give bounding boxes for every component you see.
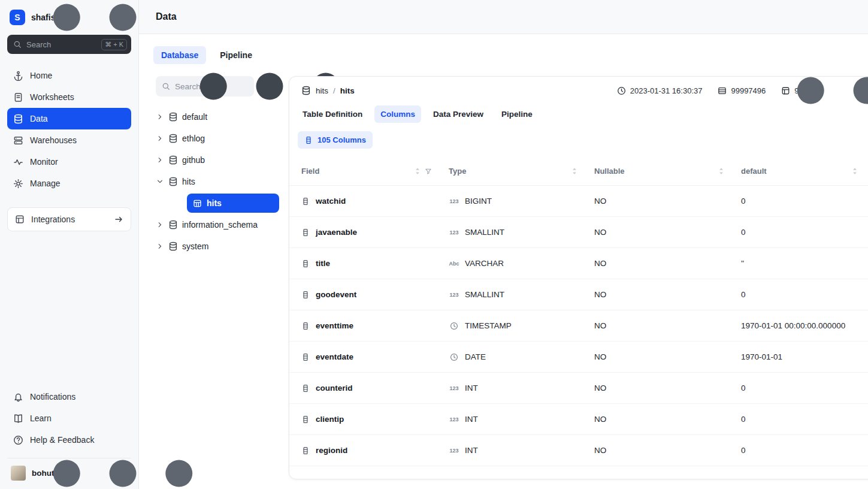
filter-icon[interactable] [425, 168, 432, 175]
tree-item-hits[interactable]: hits [156, 171, 279, 192]
tree-item-github[interactable]: github [156, 149, 279, 171]
columns-count-badge: 105 Columns [298, 131, 373, 149]
tree-item-ethlog[interactable]: ethlog [156, 128, 279, 149]
table-grid-icon [193, 199, 202, 208]
table-row[interactable]: javaenable123SMALLINTNO0 [289, 217, 868, 248]
table-row[interactable]: titleAbcVARCHARNO'' [289, 248, 868, 279]
card-more-button[interactable] [860, 84, 868, 97]
sidebar-item-integrations[interactable]: Integrations [7, 207, 131, 231]
sidebar-item-monitor[interactable]: Monitor [7, 151, 131, 173]
content-area: defaultethloggithubhitshitsinformation_s… [139, 76, 868, 489]
avatar[interactable] [11, 466, 26, 481]
tab-table-definition[interactable]: Table Definition [297, 105, 368, 123]
sort-icon[interactable] [852, 167, 858, 176]
sidebar-spacer [7, 231, 131, 386]
field-type: DATE [465, 352, 486, 361]
workspace-menu-button[interactable] [117, 11, 129, 23]
column-icon [301, 384, 310, 393]
tree-table-hits[interactable]: hits [187, 194, 279, 213]
sort-icon[interactable] [415, 167, 421, 176]
page-title: Data [156, 11, 177, 22]
learn-icon [13, 413, 23, 424]
field-type: VARCHAR [465, 259, 504, 268]
tree-item-label: default [182, 112, 207, 122]
clock-icon [617, 86, 626, 95]
type-kind-glyph: 123 [449, 448, 459, 454]
database-icon [168, 220, 178, 230]
field-type: SMALLINT [465, 290, 504, 299]
notifications-icon [13, 392, 23, 402]
breadcrumb-database[interactable]: hits [316, 86, 328, 95]
sort-icon[interactable] [571, 167, 577, 176]
field-nullable: NO [594, 290, 741, 299]
table-row[interactable]: eventtimeTIMESTAMPNO1970-01-01 00:00:00.… [289, 310, 868, 342]
tree-item-system[interactable]: system [156, 236, 279, 257]
field-nullable: NO [594, 415, 741, 424]
tree-item-default[interactable]: default [156, 106, 279, 128]
tab-columns[interactable]: Columns [374, 105, 421, 123]
tree-item-label: ethlog [182, 134, 205, 143]
sidebar-item-label: Monitor [30, 157, 58, 167]
sidebar-item-label: Manage [30, 179, 61, 188]
table-row[interactable]: counterid123INTNO0 [289, 373, 868, 404]
arrow-right-icon [114, 215, 123, 224]
integrations-icon [15, 215, 25, 224]
sidebar-item-data[interactable]: Data [7, 108, 131, 129]
sidebar-item-warehouses[interactable]: Warehouses [7, 129, 131, 151]
breadcrumb-table: hits [340, 86, 355, 95]
table-row[interactable]: regionid123INTNO0 [289, 435, 868, 466]
table-row[interactable]: watchid123BIGINTNO0 [289, 186, 868, 217]
tree-table-label: hits [207, 198, 222, 208]
field-nullable: NO [594, 197, 741, 206]
table-row[interactable]: clientip123INTNO0 [289, 404, 868, 435]
tree-search-row [156, 76, 279, 96]
sidebar-nav: HomeWorksheetsDataWarehousesMonitorManag… [7, 65, 131, 194]
field-type: TIMESTAMP [465, 321, 512, 330]
field-nullable: NO [594, 321, 741, 330]
tree-more-button[interactable] [260, 77, 279, 96]
field-name: eventtime [316, 321, 353, 330]
sidebar-search[interactable]: ⌘ + K [7, 35, 131, 54]
table-row[interactable]: goodevent123SMALLINTNO0 [289, 279, 868, 310]
user-menu-button[interactable] [117, 467, 129, 479]
field-default: 1970-01-01 [741, 352, 865, 361]
column-icon [301, 228, 310, 237]
column-header-field: Field [301, 167, 449, 176]
sidebar-item-manage[interactable]: Manage [7, 173, 131, 194]
manage-icon [13, 179, 23, 189]
column-header-label: Nullable [594, 167, 625, 176]
table-stats: 2023-01-31 16:30:37 99997496 9.19 GB [617, 84, 868, 97]
stat-row-count: 99997496 [718, 86, 766, 95]
stat-rows-value: 99997496 [731, 86, 766, 95]
field-default: '' [741, 259, 865, 268]
field-default: 0 [741, 446, 865, 455]
field-default: 0 [741, 415, 865, 424]
field-nullable: NO [594, 228, 741, 237]
column-icon [301, 197, 310, 206]
table-row[interactable]: eventdateDATENO1970-01-01 [289, 342, 868, 373]
grid-body: watchid123BIGINTNO0javaenable123SMALLINT… [289, 186, 868, 479]
field-name: counterid [316, 384, 353, 393]
tree-item-information-schema[interactable]: information_schema [156, 214, 279, 236]
sidebar-item-label: Data [30, 114, 48, 123]
tree-item-label: information_schema [182, 220, 258, 230]
column-icon [301, 415, 310, 424]
field-type: INT [465, 415, 478, 424]
type-kind-glyph: 123 [449, 292, 459, 298]
table-tabs: Table DefinitionColumnsData PreviewPipel… [289, 104, 868, 128]
sidebar-search-input[interactable] [26, 40, 96, 49]
field-nullable: NO [594, 259, 741, 268]
column-icon [301, 322, 310, 330]
tab-data-preview[interactable]: Data Preview [427, 105, 489, 123]
stat-updated: 2023-01-31 16:30:37 [617, 86, 703, 95]
chevron-right-icon [156, 221, 164, 229]
sidebar-item-worksheets[interactable]: Worksheets [7, 86, 131, 108]
sort-icon[interactable] [718, 167, 724, 176]
field-default: 0 [741, 290, 865, 299]
sidebar-item-home[interactable]: Home [7, 65, 131, 86]
field-default: 0 [741, 228, 865, 237]
database-icon [168, 134, 178, 143]
tab-pipeline[interactable]: Pipeline [495, 105, 539, 123]
clock-icon [449, 353, 459, 361]
badge-row: 105 Columns [289, 128, 868, 157]
